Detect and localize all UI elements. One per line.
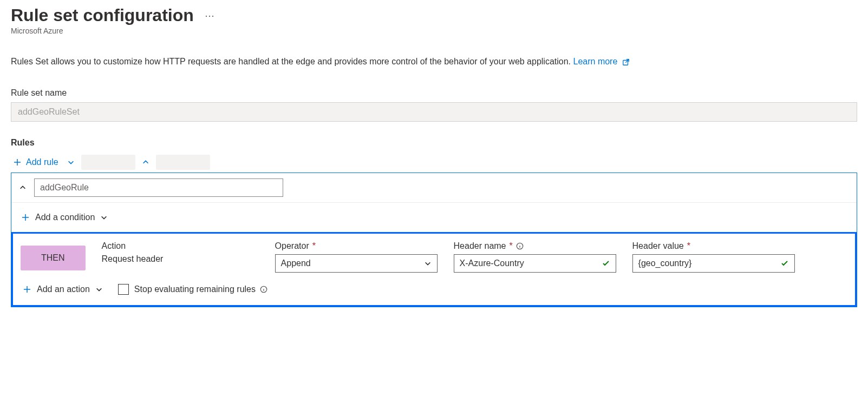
description-text: Rules Set allows you to customize how HT… [11, 57, 573, 66]
external-link-icon [622, 58, 630, 66]
header-value-label: Header value * [632, 241, 795, 251]
operator-label: Operator * [275, 241, 438, 251]
required-indicator: * [687, 241, 690, 251]
chevron-down-icon[interactable] [67, 158, 75, 166]
stop-evaluating-label: Stop evaluating remaining rules [134, 284, 267, 294]
add-condition-button[interactable]: Add a condition [19, 210, 110, 224]
rule-name-input[interactable] [34, 178, 283, 197]
info-icon[interactable] [516, 242, 524, 250]
rule-header [11, 173, 857, 203]
action-block: THEN Action Request header Operator * Ap… [11, 232, 857, 307]
more-icon[interactable]: ⋯ [205, 10, 216, 22]
chevron-down-icon [424, 260, 432, 267]
required-indicator: * [312, 241, 316, 251]
action-value: Request header [102, 254, 259, 264]
operator-dropdown[interactable]: Append [275, 254, 438, 273]
page-title: Rule set configuration [11, 5, 194, 25]
rule-condition-row: Add a condition [11, 203, 857, 232]
check-icon [602, 259, 610, 268]
required-indicator: * [510, 241, 513, 251]
toolbar-placeholder-2 [156, 155, 210, 170]
rule-set-name-input [11, 102, 857, 122]
add-rule-button[interactable]: Add rule [11, 154, 61, 170]
learn-more-link[interactable]: Learn more [573, 57, 630, 66]
chevron-up-icon[interactable] [142, 158, 149, 166]
info-icon[interactable] [260, 286, 267, 293]
chevron-down-icon [100, 214, 108, 221]
plus-icon [13, 158, 22, 167]
header-name-label: Header name * [454, 241, 616, 251]
header-value-input[interactable]: {geo_country} [632, 254, 795, 273]
chevron-down-icon [95, 286, 103, 293]
subtitle: Microsoft Azure [11, 27, 857, 35]
collapse-rule-icon[interactable] [19, 184, 27, 191]
plus-icon [21, 213, 30, 222]
stop-evaluating-checkbox[interactable] [118, 284, 129, 295]
header-name-input[interactable]: X-Azure-Country [454, 254, 616, 273]
action-label: Action [102, 241, 259, 251]
check-icon [780, 259, 789, 268]
plus-icon [23, 285, 31, 294]
rule-card: Add a condition THEN Action Request head… [11, 173, 857, 307]
then-badge: THEN [21, 246, 86, 270]
rules-section-label: Rules [11, 138, 857, 148]
description: Rules Set allows you to customize how HT… [11, 57, 857, 67]
toolbar-placeholder-1 [81, 155, 135, 170]
add-action-button[interactable]: Add an action [21, 282, 105, 296]
rule-set-name-label: Rule set name [11, 88, 857, 98]
